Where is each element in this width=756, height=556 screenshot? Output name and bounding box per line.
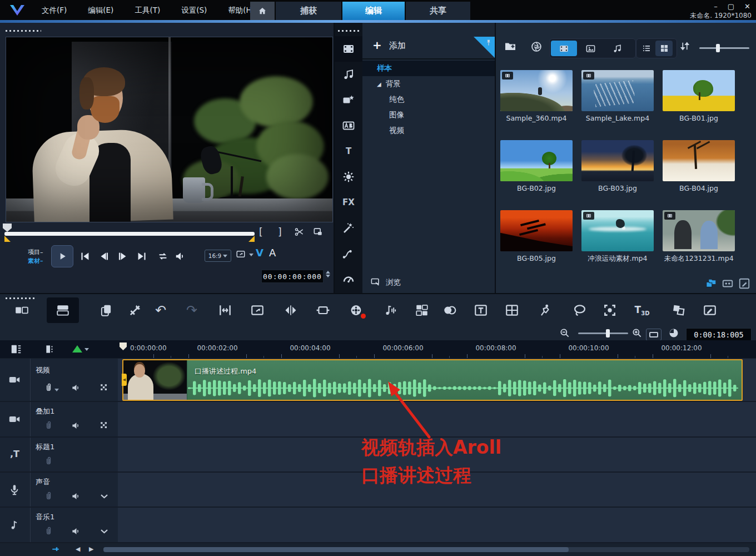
preview-size-button[interactable] [236, 249, 246, 259]
track-lane-音乐1[interactable] [118, 508, 756, 543]
panel-drag-handle[interactable] [338, 30, 359, 32]
tree-item-视频[interactable]: 视频 [362, 123, 495, 138]
preview-timecode[interactable]: 00:00:00:000 [261, 270, 324, 283]
timeline-ruler[interactable]: 0:00:00:0000:00:02:0000:00:04:0000:00:06… [118, 340, 756, 358]
track-mute-icon[interactable] [70, 420, 82, 431]
tree-item-样本[interactable]: 样本 [362, 61, 495, 76]
media-item[interactable] [581, 70, 654, 111]
track-lane-视频[interactable]: 口播讲述过程.mp4◀ [118, 359, 756, 402]
tab-edit[interactable]: 编辑 [342, 2, 405, 20]
media-item[interactable] [500, 210, 573, 251]
close-button[interactable]: ✕ [744, 2, 750, 11]
fit-timeline-button[interactable] [646, 329, 662, 341]
panel-drag-handle[interactable] [6, 297, 37, 299]
media-item[interactable] [663, 140, 735, 181]
display-options-icon[interactable] [722, 277, 734, 290]
grab-frame-button[interactable] [312, 226, 324, 237]
show-all-tracks-button[interactable] [10, 343, 22, 355]
menu-文件(F)[interactable]: 文件(F) [31, 0, 77, 20]
add-icon[interactable]: + [372, 38, 382, 52]
preview-scrub-track[interactable] [4, 232, 255, 236]
tab-share[interactable]: 共享 [406, 2, 470, 20]
record-capture-button[interactable] [348, 302, 365, 319]
scroll-left-button[interactable]: ◀ [76, 545, 80, 553]
menu-工具(T)[interactable]: 工具(T) [124, 0, 171, 20]
ripple-edit-icon[interactable] [42, 455, 54, 466]
play-button[interactable] [51, 245, 73, 267]
tab-home[interactable] [250, 2, 275, 20]
project-duration[interactable]: 0:00:18:005 [686, 328, 752, 341]
timeline-zoom-slider-thumb[interactable] [606, 329, 610, 337]
timeline-zoom-slider-track[interactable] [578, 332, 628, 334]
tree-item-背景[interactable]: ◢背景 [362, 76, 495, 92]
enlarge-preview-button[interactable] [249, 302, 266, 319]
text-tool-icon[interactable]: T [335, 138, 362, 164]
audio-toggle[interactable]: A [269, 247, 276, 259]
duplicate-button[interactable] [98, 302, 115, 319]
motion-tracking-button[interactable] [537, 302, 554, 319]
project-mode-label[interactable]: 项目– [28, 248, 43, 256]
motion-path-library-icon[interactable] [335, 241, 362, 266]
aspect-ratio-selector[interactable]: 16:9 [205, 250, 231, 262]
speed-tool-icon[interactable] [335, 266, 362, 292]
edit-media-icon[interactable] [738, 277, 750, 290]
filter-video-button[interactable] [551, 41, 577, 56]
subtitle-editor-button[interactable] [670, 302, 687, 319]
title-library-icon[interactable] [335, 113, 362, 138]
clip-mode-label[interactable]: 素材– [28, 257, 43, 265]
horizontal-scrollbar[interactable] [103, 547, 749, 552]
filter-audio-button[interactable] [604, 41, 630, 56]
ripple-edit-icon[interactable] [42, 420, 54, 431]
chevron-down-icon[interactable] [54, 389, 59, 391]
trim-start-handle[interactable] [4, 236, 11, 242]
pin-icon[interactable] [485, 39, 493, 47]
track-manager-button[interactable] [44, 344, 56, 355]
prev-frame-icon[interactable] [98, 251, 110, 262]
track-lane-声音[interactable] [118, 473, 756, 508]
tree-item-图像[interactable]: 图像 [362, 107, 495, 123]
undo-button[interactable]: ↶ [152, 302, 169, 319]
mask-creator-button[interactable] [571, 302, 588, 319]
fit-project-in-window-button[interactable] [217, 302, 233, 319]
timeline-view-button[interactable] [54, 302, 71, 319]
filter-library-icon[interactable]: FX [335, 190, 362, 215]
title-editor-button[interactable] [472, 302, 489, 319]
timeline-playhead[interactable] [120, 342, 127, 350]
overlay-library-icon[interactable] [335, 164, 362, 190]
track-mute-icon[interactable] [70, 382, 82, 393]
media-library-icon[interactable] [335, 36, 362, 62]
ripple-edit-icon[interactable] [42, 490, 54, 502]
timeline-clip[interactable]: 口播讲述过程.mp4◀ [122, 359, 743, 401]
chevron-down-icon[interactable] [84, 348, 89, 351]
library-panel-toggle-icon[interactable] [705, 277, 717, 290]
browse-button[interactable]: 浏览 [370, 277, 401, 287]
track-mute-icon[interactable] [70, 525, 82, 537]
scroll-right-button[interactable]: ▶ [89, 545, 93, 553]
sort-button[interactable] [679, 41, 690, 52]
track-lane-叠加1[interactable] [118, 402, 756, 438]
graphics-library-icon[interactable] [335, 215, 362, 241]
media-item[interactable] [581, 140, 654, 181]
video-toggle[interactable]: V [256, 247, 263, 259]
preview-scrub-playhead[interactable] [3, 224, 12, 232]
chevron-down-icon[interactable] [249, 254, 253, 256]
clip-trim-handle[interactable]: ◀ [122, 374, 127, 386]
ripple-edit-icon[interactable] [42, 525, 54, 537]
transition-library-icon[interactable] [335, 87, 362, 113]
tree-expanded-icon[interactable]: ◢ [377, 81, 381, 87]
swap-panels-button[interactable] [315, 302, 331, 319]
menu-编辑(E)[interactable]: 编辑(E) [77, 0, 124, 20]
mask-frame-button[interactable] [601, 302, 618, 319]
maximize-button[interactable]: ▢ [728, 2, 734, 11]
loop-icon[interactable] [157, 251, 169, 262]
split-clip-button[interactable] [294, 226, 305, 237]
smart-proxy-icon[interactable] [530, 41, 543, 53]
collage-template-button[interactable] [504, 302, 520, 319]
split-screen-template-button[interactable] [282, 302, 299, 319]
filter-photo-button[interactable] [578, 41, 604, 56]
horizontal-scrollbar-thumb[interactable] [103, 547, 569, 552]
timeline-mini-zoom-icon[interactable] [51, 545, 60, 554]
tab-capture[interactable]: 捕获 [276, 2, 341, 20]
thumb-size-slider-track[interactable] [699, 47, 749, 49]
mark-out-button[interactable]: ] [278, 226, 282, 237]
